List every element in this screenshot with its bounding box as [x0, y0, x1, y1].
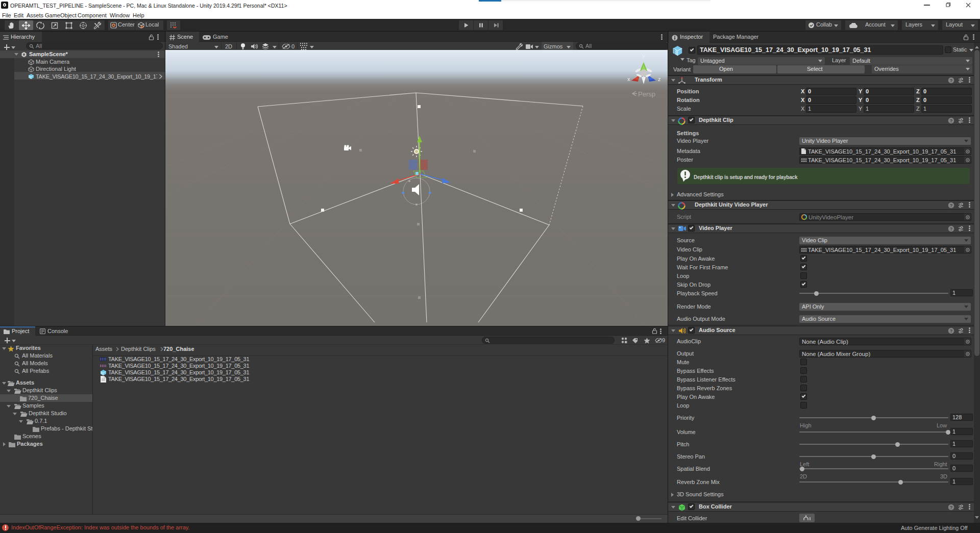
svg-text:?: ? [950, 78, 953, 83]
svg-text:z: z [658, 76, 661, 82]
svg-text:y: y [642, 53, 645, 59]
svg-text:Persp: Persp [638, 90, 655, 98]
svg-text:?: ? [950, 226, 953, 232]
svg-text:?: ? [950, 118, 953, 123]
svg-text:?: ? [950, 328, 953, 334]
svg-text:x: x [627, 76, 630, 82]
svg-text:?: ? [950, 203, 953, 208]
svg-text:?: ? [950, 505, 953, 510]
